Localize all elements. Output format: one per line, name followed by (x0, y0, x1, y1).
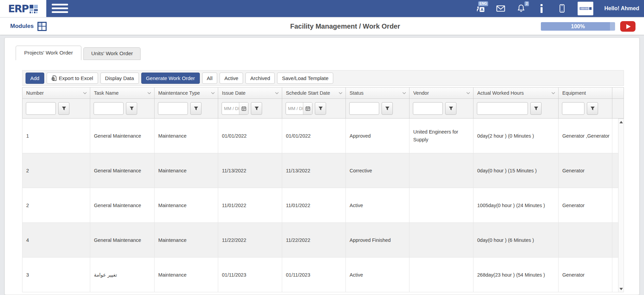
funnel-icon (590, 106, 595, 111)
filter-cell-maintenance-type (155, 99, 218, 119)
chevron-down-icon[interactable] (83, 92, 87, 94)
filter-cell-task-name (90, 99, 155, 119)
chevron-down-icon[interactable] (339, 92, 342, 94)
column-header-spacer (612, 87, 624, 99)
equipment-filter-button[interactable] (587, 102, 598, 115)
cell-vendor (409, 258, 473, 292)
svg-text:x: x (52, 77, 54, 80)
maintenance-type-filter-button[interactable] (190, 102, 202, 115)
phone-icon[interactable] (557, 4, 567, 13)
play-button[interactable] (620, 21, 635, 32)
user-greeting[interactable]: Hello! Ahmed (604, 5, 639, 12)
issue-date-filter-input[interactable]: MM / DD (222, 102, 248, 115)
task-name-filter-button[interactable] (126, 102, 137, 115)
cell-schedule-start-date: 11/13/2022 (282, 153, 346, 188)
filter-active-button[interactable]: Active (220, 73, 243, 84)
vendor-filter-button[interactable] (445, 102, 456, 115)
generate-work-order-button[interactable]: Generate Work Order (141, 73, 200, 84)
info-icon[interactable] (537, 4, 546, 13)
calendar-icon[interactable] (239, 103, 248, 114)
modules-grid-icon[interactable] (37, 22, 47, 31)
table-row[interactable]: 1 General Maintenance Maintenance 01/01/… (22, 119, 624, 153)
scroll-down-arrow[interactable] (618, 286, 624, 292)
chevron-down-icon[interactable] (466, 92, 470, 94)
task-name-filter-input[interactable] (94, 102, 124, 115)
cell-issue-date: 11/13/2022 (218, 153, 282, 188)
column-header-schedule-start-date[interactable]: Schedule Start Date (282, 87, 346, 99)
table-row[interactable]: 3 تغيير عوامة Maintenance 01/11/2023 01/… (22, 258, 624, 292)
calendar-icon[interactable] (303, 103, 312, 114)
filter-all-button[interactable]: All (202, 73, 218, 84)
status-filter-input[interactable] (349, 102, 379, 115)
cell-equipment (559, 223, 612, 258)
export-to-excel-label: Export to Excel (59, 75, 93, 81)
tab-strip: Projects' Work Order Units' Work Order (16, 46, 143, 60)
chevron-down-icon[interactable] (275, 92, 279, 94)
cell-equipment: Generator (559, 188, 612, 223)
display-data-button[interactable]: Display Data (100, 73, 139, 84)
cell-actual-worked-hours: 0day(0 hour ) (6 Minutes ) (473, 223, 559, 258)
cell-task-name: تغيير عوامة (90, 258, 155, 292)
menu-hamburger-icon[interactable] (52, 4, 68, 13)
chevron-down-icon[interactable] (551, 92, 555, 94)
tab-projects-work-order[interactable]: Projects' Work Order (16, 46, 81, 60)
scroll-up-arrow[interactable] (618, 119, 624, 125)
bell-icon[interactable]: 2 (516, 4, 526, 13)
cell-maintenance-type: Maintenance (155, 223, 218, 258)
date-placeholder: MM / DD (222, 103, 239, 114)
app-logo[interactable]: ERP (0, 0, 46, 17)
app-logo-text: ERP (8, 3, 29, 15)
save-load-template-button[interactable]: Save/Load Template (277, 73, 333, 84)
cell-vendor (409, 153, 473, 188)
cell-status: Corrective (346, 153, 409, 188)
chevron-down-icon[interactable] (402, 92, 406, 94)
funnel-icon (194, 106, 198, 111)
chevron-down-icon[interactable] (211, 92, 215, 94)
column-header-vendor[interactable]: Vendor (409, 87, 473, 99)
language-icon[interactable]: A ENG (476, 4, 485, 13)
export-to-excel-button[interactable]: x Export to Excel (47, 73, 98, 84)
topbar-actions: A ENG 2 (476, 0, 639, 17)
cell-vendor (409, 223, 473, 258)
issue-date-filter-button[interactable] (251, 102, 262, 115)
equipment-filter-input[interactable] (562, 102, 584, 115)
table-row[interactable]: 2 General Maintenance Maintenance 11/13/… (22, 153, 624, 188)
phone-glyph (558, 4, 566, 13)
column-header-status[interactable]: Status (346, 87, 409, 99)
cell-maintenance-type: Maintenance (155, 188, 218, 223)
actual-worked-hours-filter-input[interactable] (477, 102, 528, 115)
column-header-issue-date[interactable]: Issue Date (218, 87, 282, 99)
chevron-down-icon[interactable] (147, 92, 151, 94)
number-filter-button[interactable] (58, 102, 69, 115)
column-header-maintenance-type[interactable]: Maintentance Type (155, 87, 218, 99)
maintenance-type-filter-input[interactable] (158, 102, 188, 115)
grid-vertical-scrollbar[interactable] (618, 119, 624, 292)
modules-label: Modules (10, 23, 34, 30)
funnel-icon (534, 106, 538, 111)
column-header-number[interactable]: Number (22, 87, 90, 99)
tab-units-work-order[interactable]: Units' Work Order (83, 47, 141, 60)
filter-cell-status (346, 99, 409, 119)
vendor-filter-input[interactable] (413, 102, 443, 115)
cell-issue-date: 11/22/2022 (218, 223, 282, 258)
column-header-task-name[interactable]: Task Name (90, 87, 155, 99)
schedule-start-date-filter-input[interactable]: MM / DD (286, 102, 312, 115)
funnel-icon (385, 106, 390, 111)
number-filter-input[interactable] (26, 102, 56, 115)
status-filter-button[interactable] (382, 102, 393, 115)
cell-issue-date: 11/01/2022 (218, 188, 282, 223)
filter-archived-button[interactable]: Archived (245, 73, 275, 84)
column-header-equipment[interactable]: Equipment (559, 87, 612, 99)
column-header-actual-worked-hours[interactable]: Actual Worked Hours (473, 87, 559, 99)
modules-link[interactable]: Modules (10, 18, 47, 35)
actual-worked-hours-filter-button[interactable] (530, 102, 542, 115)
play-icon (626, 24, 631, 29)
schedule-start-date-filter-button[interactable] (315, 102, 326, 115)
funnel-icon (254, 106, 259, 111)
filter-cell-actual-worked-hours (473, 99, 559, 119)
mail-icon[interactable] (496, 4, 505, 13)
table-row[interactable]: 2 General Maintenance Maintenance 11/01/… (22, 188, 624, 223)
table-row[interactable]: 4 General Maintenance Maintenance 11/22/… (22, 223, 624, 258)
add-button[interactable]: Add (26, 73, 44, 84)
calendar-glyph (241, 106, 246, 111)
